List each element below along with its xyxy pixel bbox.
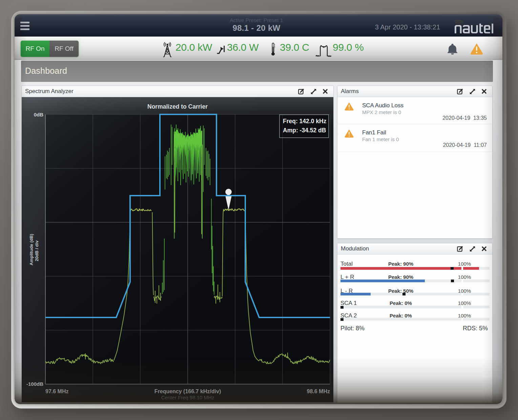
svg-text:97.6 MHz: 97.6 MHz — [45, 389, 68, 394]
svg-text:-100dB: -100dB — [26, 381, 43, 387]
svg-text:Normalized to Carrier: Normalized to Carrier — [147, 103, 208, 110]
svg-text:Center Freq 98.10 MHz: Center Freq 98.10 MHz — [161, 395, 214, 400]
svg-text:98.6 MHz: 98.6 MHz — [307, 389, 330, 394]
svg-text:Freq: 142.0 kHz: Freq: 142.0 kHz — [283, 118, 327, 125]
svg-text:20dB / div: 20dB / div — [34, 240, 39, 261]
svg-text:0dB: 0dB — [34, 112, 44, 117]
svg-text:Frequency (166.7 kHz/div): Frequency (166.7 kHz/div) — [154, 389, 221, 394]
svg-text:Amp: -34.52 dB: Amp: -34.52 dB — [283, 127, 326, 134]
svg-text:Amplitude (dB): Amplitude (dB) — [29, 234, 34, 265]
